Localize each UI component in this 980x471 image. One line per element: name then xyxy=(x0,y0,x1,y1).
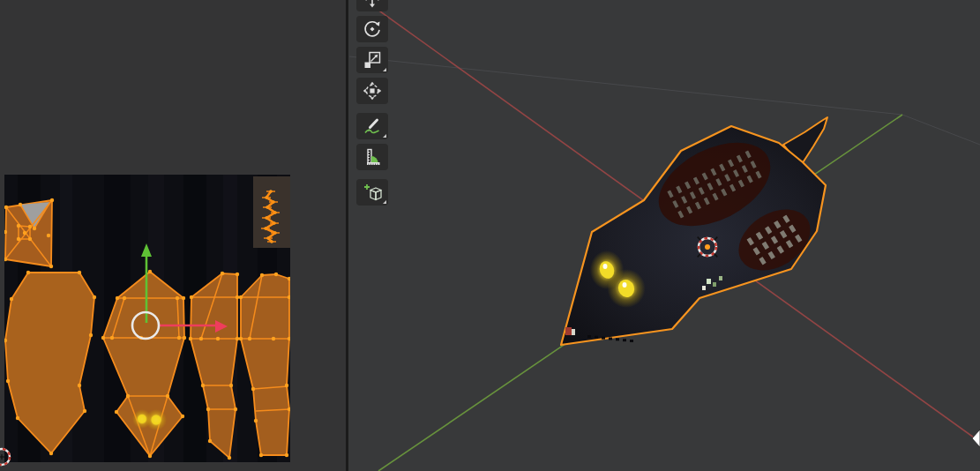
uv-canvas[interactable] xyxy=(0,0,346,471)
scale-tool-button[interactable] xyxy=(356,47,388,73)
rotate-tool-button[interactable] xyxy=(356,16,388,42)
rotate-icon xyxy=(363,19,382,39)
spaceship-object[interactable] xyxy=(561,117,827,345)
add-cube-icon xyxy=(363,183,382,202)
uv-editor-panel[interactable] xyxy=(0,0,346,471)
viewport-3d[interactable] xyxy=(348,0,980,471)
measure-icon xyxy=(363,147,382,167)
submenu-indicator xyxy=(383,200,386,204)
transform-icon xyxy=(363,81,382,101)
transform-tool-button[interactable] xyxy=(356,78,388,104)
toolbar xyxy=(356,0,388,206)
annotate-tool-button[interactable] xyxy=(356,113,388,139)
add-cube-tool-button[interactable] xyxy=(356,179,388,206)
blender-window xyxy=(0,0,980,471)
submenu-indicator xyxy=(383,68,386,71)
scale-icon xyxy=(363,50,382,70)
measure-tool-button[interactable] xyxy=(356,144,388,170)
annotate-icon xyxy=(363,116,382,136)
uv-island-bowtie[interactable] xyxy=(4,198,54,268)
move-tool-button[interactable] xyxy=(356,0,388,11)
viewport-canvas[interactable] xyxy=(348,0,980,471)
mouse-cursor xyxy=(972,430,980,447)
submenu-indicator xyxy=(383,134,386,138)
move-icon xyxy=(363,0,382,8)
